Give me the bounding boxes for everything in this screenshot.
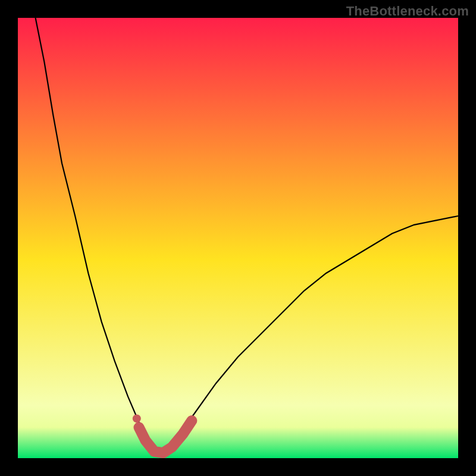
bottleneck-curve-chart (18, 18, 458, 458)
watermark-text: TheBottleneck.com (346, 4, 469, 19)
chart-frame: TheBottleneck.com (0, 0, 476, 476)
optimal-point-dot (133, 414, 141, 422)
gradient-background (18, 18, 458, 458)
plot-area (18, 18, 458, 458)
